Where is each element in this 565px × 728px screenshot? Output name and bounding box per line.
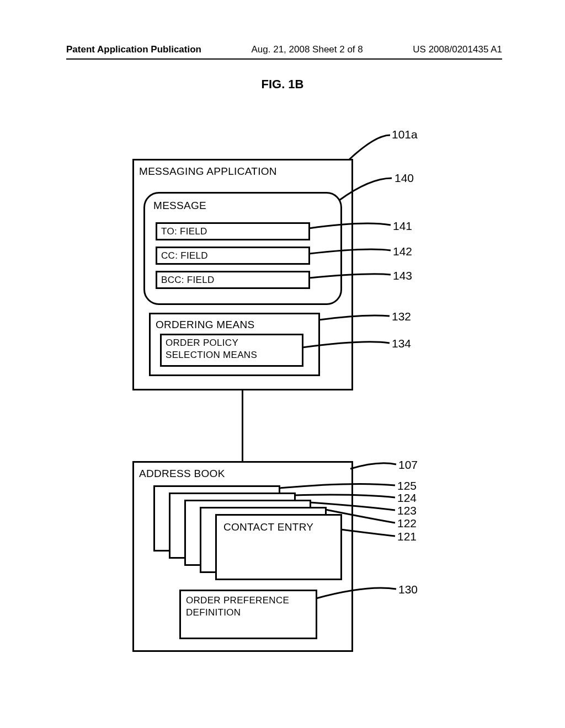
refnum-134: 134 <box>392 337 411 350</box>
patent-figure-page: Patent Application Publication Aug. 21, … <box>0 0 565 728</box>
connector-line <box>242 390 243 461</box>
refnum-142: 142 <box>393 245 412 258</box>
label-cc-field: CC: FIELD <box>161 250 208 261</box>
label-order-policy-l2: SELECTION MEANS <box>166 350 257 361</box>
label-ordering-means: ORDERING MEANS <box>156 319 254 331</box>
refnum-122: 122 <box>397 517 417 530</box>
refnum-132: 132 <box>392 310 411 323</box>
refnum-124: 124 <box>397 491 417 505</box>
label-address-book: ADDRESS BOOK <box>139 468 225 480</box>
label-to-field: TO: FIELD <box>161 226 207 237</box>
refnum-140: 140 <box>395 172 414 185</box>
label-order-policy-l1: ORDER POLICY <box>166 338 238 349</box>
label-order-pref-l2: DEFINITION <box>186 607 241 618</box>
diagram-area: MESSAGING APPLICATION MESSAGE TO: FIELD … <box>0 0 565 728</box>
label-order-pref-l1: ORDER PREFERENCE <box>186 595 289 606</box>
refnum-141: 141 <box>393 220 412 233</box>
refnum-121: 121 <box>397 530 417 543</box>
refnum-130: 130 <box>398 583 418 596</box>
label-message: MESSAGE <box>153 200 206 212</box>
refnum-101a: 101a <box>392 128 418 141</box>
refnum-125: 125 <box>397 479 417 493</box>
label-contact-entry: CONTACT ENTRY <box>223 521 313 533</box>
refnum-143: 143 <box>393 269 412 282</box>
refnum-107: 107 <box>398 458 418 472</box>
label-messaging-application: MESSAGING APPLICATION <box>139 165 277 178</box>
label-bcc-field: BCC: FIELD <box>161 275 215 286</box>
refnum-123: 123 <box>397 504 417 517</box>
